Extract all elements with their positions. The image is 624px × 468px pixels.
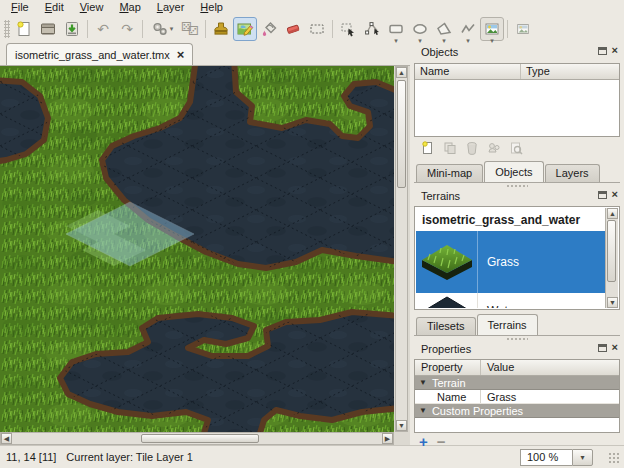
save-button[interactable] <box>60 17 84 41</box>
commands-dropdown-caret[interactable]: ▾ <box>170 25 174 32</box>
zoom-level-value[interactable]: 100 % <box>520 449 572 466</box>
tab-terrains[interactable]: Terrains <box>477 314 538 335</box>
toolbar-separator <box>332 20 333 38</box>
property-row-empty[interactable] <box>415 418 619 432</box>
horizontal-scrollbar[interactable]: ◀ ▶ <box>0 432 394 445</box>
insert-rectangle-button[interactable]: ▾ <box>384 17 408 41</box>
insert-ellipse-button[interactable]: ▾ <box>408 17 432 41</box>
terrains-scroll-thumb[interactable] <box>607 220 616 282</box>
objects-dock-title: Objects × <box>414 44 620 60</box>
terrains-scrollbar[interactable]: ▲ ▼ <box>605 208 618 308</box>
terrain-brush-button[interactable] <box>233 17 257 41</box>
map-canvas[interactable] <box>0 66 394 432</box>
commands-button[interactable]: ▾ <box>146 17 178 41</box>
close-dock-button[interactable]: × <box>612 46 618 55</box>
open-file-button[interactable] <box>36 17 60 41</box>
objects-column-type[interactable]: Type <box>521 64 619 79</box>
close-dock-button[interactable]: × <box>612 190 618 199</box>
property-name-label: Name <box>415 390 481 403</box>
terrain-item-water[interactable]: Water <box>416 293 605 308</box>
remove-property-button[interactable]: − <box>437 436 446 448</box>
dock-area: Objects × Name Type <box>410 42 624 445</box>
scroll-right-arrow[interactable]: ▶ <box>382 433 393 444</box>
stamp-icon <box>212 20 230 38</box>
scroll-up-arrow[interactable]: ▲ <box>607 208 618 219</box>
tab-close-icon[interactable]: × <box>177 50 185 60</box>
new-file-icon <box>15 20 33 38</box>
rectangular-select-button[interactable] <box>305 17 329 41</box>
eraser-button[interactable] <box>281 17 305 41</box>
close-dock-button[interactable]: × <box>612 343 618 352</box>
terrain-item-grass[interactable]: Grass <box>416 231 605 293</box>
objects-table: Name Type <box>414 63 620 137</box>
duplicate-objects-button[interactable] <box>441 140 458 157</box>
properties-column-value[interactable]: Value <box>481 360 619 375</box>
toolbar-separator <box>142 20 143 38</box>
tab-layers[interactable]: Layers <box>545 164 600 182</box>
float-dock-button[interactable] <box>598 191 607 199</box>
tab-minimap[interactable]: Mini-map <box>416 164 483 182</box>
toolbar-drag-handle[interactable] <box>4 20 10 38</box>
collapse-triangle-icon[interactable]: ▼ <box>419 378 427 387</box>
properties-dock-title-text: Properties <box>421 343 471 355</box>
tab-objects[interactable]: Objects <box>484 161 543 182</box>
insert-polyline-button[interactable]: ▾ <box>456 17 480 41</box>
vertical-scroll-thumb[interactable] <box>397 80 406 188</box>
stamp-brush-button[interactable] <box>209 17 233 41</box>
menu-view[interactable]: View <box>72 0 112 15</box>
open-folder-icon <box>39 20 57 38</box>
select-objects-button[interactable] <box>336 17 360 41</box>
menu-layer[interactable]: Layer <box>149 0 193 15</box>
objects-table-body[interactable] <box>415 80 619 135</box>
terrains-dock-title: Terrains × <box>414 188 620 204</box>
menu-edit[interactable]: Edit <box>37 0 72 15</box>
properties-column-property[interactable]: Property <box>415 360 481 375</box>
toolbar-separator <box>205 20 206 38</box>
document-tab[interactable]: isometric_grass_and_water.tmx × <box>6 43 193 65</box>
property-group-custom[interactable]: ▼ Custom Properties <box>415 404 619 418</box>
remove-objects-button[interactable] <box>463 140 480 157</box>
add-property-button[interactable]: + <box>419 436 428 448</box>
objects-toolbar <box>414 137 620 157</box>
zoom-dropdown-button[interactable]: ▾ <box>572 449 593 466</box>
main-toolbar: ↶ ↷ ▾ ⚄ ⚂ <box>0 15 624 42</box>
dock-tab-bar-top: Mini-map Objects Layers <box>414 162 620 183</box>
edit-polygons-button[interactable] <box>360 17 384 41</box>
tileset-heading[interactable]: isometric_grass_and_water <box>416 208 605 231</box>
scroll-left-arrow[interactable]: ◀ <box>1 433 12 444</box>
cursor-position: 11, 14 [11] <box>6 451 56 463</box>
horizontal-scroll-thumb[interactable] <box>141 434 259 443</box>
move-objects-button[interactable] <box>485 140 502 157</box>
scroll-down-arrow[interactable]: ▼ <box>607 297 618 308</box>
insert-polygon-button[interactable]: ▾ <box>432 17 456 41</box>
collapse-triangle-icon[interactable]: ▼ <box>419 406 427 415</box>
properties-dock-title: Properties × <box>414 341 620 357</box>
vertical-scrollbar[interactable]: ▲ ▼ <box>395 66 408 432</box>
menu-file[interactable]: File <box>3 0 37 15</box>
float-dock-button[interactable] <box>598 47 607 55</box>
random-mode-button[interactable]: ⚄ ⚂ <box>178 17 202 41</box>
object-properties-button[interactable] <box>507 140 524 157</box>
property-group-terrain[interactable]: ▼ Terrain <box>415 376 619 390</box>
scroll-down-arrow[interactable]: ▼ <box>396 420 407 431</box>
undo-button[interactable]: ↶ <box>91 17 115 41</box>
float-dock-button[interactable] <box>598 344 607 352</box>
tab-tilesets[interactable]: Tilesets <box>416 317 476 335</box>
add-object-button[interactable] <box>419 140 436 157</box>
window-resize-grip[interactable] <box>607 451 620 464</box>
zoom-combo[interactable]: 100 % ▾ <box>520 449 593 466</box>
tile-image-button[interactable] <box>511 17 535 41</box>
objects-column-name[interactable]: Name <box>415 64 521 79</box>
property-name-value[interactable]: Grass <box>481 391 619 403</box>
menu-help[interactable]: Help <box>192 0 231 15</box>
menu-map[interactable]: Map <box>111 0 148 15</box>
bucket-fill-button[interactable] <box>257 17 281 41</box>
insert-tile-button[interactable]: ▾ <box>480 17 504 41</box>
property-row-name[interactable]: Name Grass <box>415 390 619 404</box>
scroll-up-arrow[interactable]: ▲ <box>396 67 407 78</box>
terrains-dock-title-text: Terrains <box>421 190 460 202</box>
toolbar-separator <box>507 20 508 38</box>
redo-button[interactable]: ↷ <box>115 17 139 41</box>
group-label: Custom Properties <box>432 405 523 417</box>
new-map-button[interactable] <box>12 17 36 41</box>
